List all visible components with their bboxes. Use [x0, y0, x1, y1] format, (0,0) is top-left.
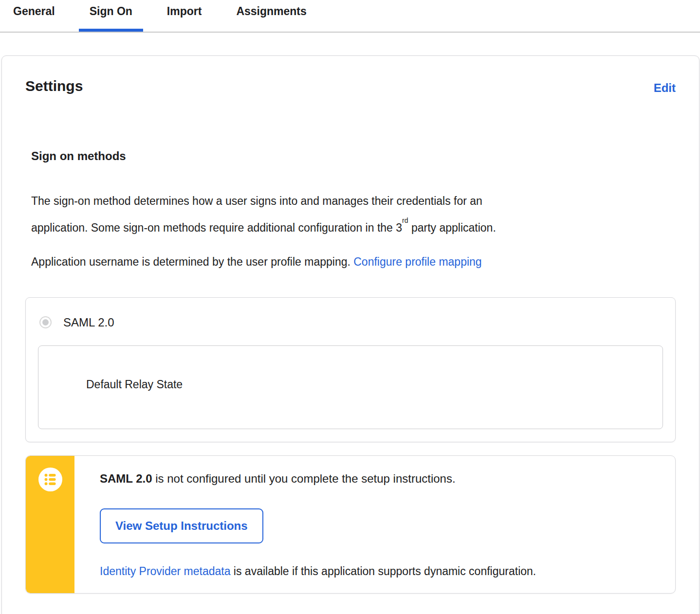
sign-on-methods-description: The sign-on method determines how a user…: [31, 189, 645, 240]
warning-footer-text: is available if this application support…: [230, 565, 536, 578]
tab-import[interactable]: Import: [156, 0, 213, 32]
warning-banner-strip: [26, 456, 74, 593]
settings-card: Settings Edit Sign on methods The sign-o…: [1, 55, 700, 614]
description-line2-end: party application.: [408, 221, 496, 234]
edit-link[interactable]: Edit: [654, 81, 676, 95]
saml-radio-button[interactable]: [39, 316, 52, 328]
tab-sign-on[interactable]: Sign On: [79, 0, 143, 32]
tab-bar: General Sign On Import Assignments: [0, 0, 700, 33]
radio-dot: [42, 319, 49, 325]
view-setup-instructions-button[interactable]: View Setup Instructions: [100, 508, 263, 543]
identity-provider-metadata-link[interactable]: Identity Provider metadata: [100, 565, 230, 578]
saml-radio-row: SAML 2.0: [38, 316, 663, 329]
tab-general[interactable]: General: [2, 0, 66, 32]
default-relay-state-field: Default Relay State: [38, 345, 663, 429]
list-icon: [38, 468, 62, 491]
tab-assignments[interactable]: Assignments: [225, 0, 317, 32]
sign-on-methods-heading: Sign on methods: [31, 149, 676, 163]
username-note: Application username is determined by th…: [31, 250, 676, 274]
ordinal-superscript: rd: [402, 217, 408, 224]
settings-card-header: Settings Edit: [25, 77, 676, 95]
warning-banner-content: SAML 2.0 is not configured until you com…: [74, 456, 675, 593]
saml-radio-label: SAML 2.0: [63, 316, 114, 329]
username-note-text: Application username is determined by th…: [31, 255, 353, 268]
warning-footer: Identity Provider metadata is available …: [100, 564, 652, 578]
warning-message-protocol: SAML 2.0: [100, 472, 152, 485]
default-relay-state-label: Default Relay State: [86, 378, 183, 391]
configure-profile-mapping-link[interactable]: Configure profile mapping: [353, 255, 481, 268]
warning-message-text: is not configured until you complete the…: [152, 472, 456, 485]
description-line1: The sign-on method determines how a user…: [31, 195, 482, 207]
page-title: Settings: [25, 77, 83, 95]
description-line2: application. Some sign-on methods requir…: [31, 221, 402, 234]
saml-option-box: SAML 2.0 Default Relay State: [25, 297, 676, 442]
warning-message: SAML 2.0 is not configured until you com…: [100, 471, 652, 486]
warning-banner: SAML 2.0 is not configured until you com…: [25, 455, 676, 594]
